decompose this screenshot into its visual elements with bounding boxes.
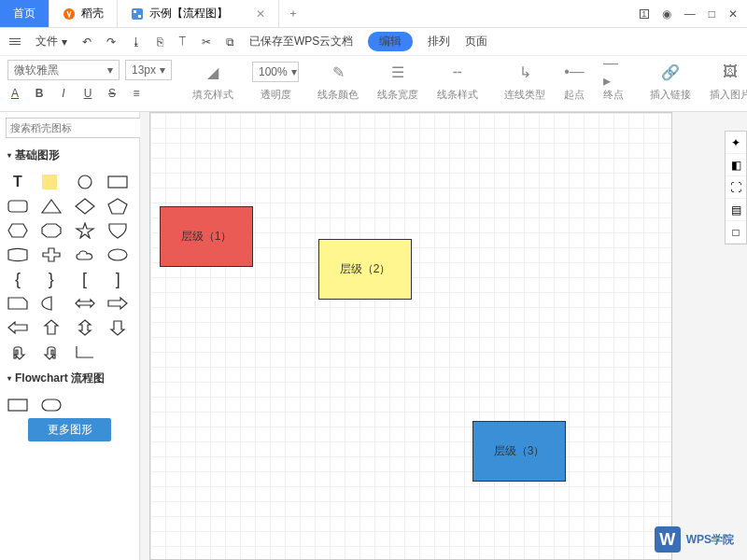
window-maximize-icon[interactable]: □: [709, 7, 715, 21]
link-icon: 🔗: [661, 60, 680, 84]
line-color-button[interactable]: ✎线条颜色: [312, 60, 364, 102]
fit-icon[interactable]: ⛶: [726, 176, 746, 199]
undo-icon[interactable]: ↶: [82, 35, 92, 49]
shape-pentagon[interactable]: [106, 197, 130, 216]
shape-note[interactable]: [39, 173, 63, 191]
shape-ellipse[interactable]: [106, 245, 130, 264]
basic-shapes-grid: T { } [ ]: [0, 167, 139, 367]
docer-icon: [63, 7, 76, 21]
paint-bucket-icon: ◢: [207, 60, 218, 84]
shape-shield[interactable]: [106, 221, 130, 240]
menu-page[interactable]: 页面: [465, 34, 487, 49]
more-shapes-button[interactable]: 更多图形: [28, 418, 111, 441]
shape-roundrect[interactable]: [6, 197, 30, 216]
shape-brace-right[interactable]: }: [39, 270, 63, 288]
italic-button[interactable]: I: [56, 86, 71, 101]
shape-uturn-r[interactable]: [39, 343, 63, 361]
layers-icon[interactable]: ◧: [726, 154, 746, 176]
shape-card[interactable]: [6, 294, 30, 313]
fill-style-button[interactable]: ◢填充样式: [187, 60, 239, 102]
shape-bracket-left[interactable]: [: [73, 270, 97, 288]
shape-drop[interactable]: [39, 294, 63, 313]
shape-arrow-l[interactable]: [6, 318, 30, 337]
copy-icon[interactable]: ⧉: [226, 35, 234, 49]
shape-arrow-u[interactable]: [39, 318, 63, 337]
shape-trapezoid[interactable]: [6, 245, 30, 264]
image-icon: 🖼: [723, 60, 738, 84]
export-icon[interactable]: ⎘: [157, 35, 163, 49]
shape-hexagon[interactable]: [6, 221, 30, 240]
shape-circle[interactable]: [73, 173, 97, 191]
font-name-combo[interactable]: 微软雅黑▾: [7, 60, 120, 80]
shape-brace-left[interactable]: {: [6, 270, 30, 288]
insert-image-button[interactable]: 🖼插入图片: [704, 60, 747, 102]
shape-corner[interactable]: [73, 343, 97, 361]
menu-edit[interactable]: 编辑: [368, 32, 413, 51]
shape-level-1[interactable]: 层级（1）: [160, 206, 253, 267]
outline-icon[interactable]: ▤: [726, 199, 746, 221]
category-flowchart[interactable]: ▾Flowchart 流程图: [0, 367, 139, 390]
new-tab-button[interactable]: ＋: [279, 0, 307, 27]
format-painter-icon[interactable]: ⟙: [178, 35, 187, 49]
user-avatar-icon[interactable]: ◉: [662, 7, 671, 21]
shape-rect[interactable]: [106, 173, 130, 191]
shape-level-3[interactable]: 层级（3）: [472, 421, 566, 482]
font-size-combo[interactable]: 13px▾: [125, 60, 172, 80]
shape-search-input[interactable]: [6, 118, 144, 138]
tab-docer[interactable]: 稻壳: [49, 0, 118, 27]
shape-arrow-lr[interactable]: [73, 294, 97, 313]
opacity-button[interactable]: 100%▾透明度: [247, 60, 304, 102]
shape-arrow-r[interactable]: [106, 294, 130, 313]
shape-triangle[interactable]: [39, 197, 63, 216]
watermark: W WPS学院: [655, 526, 734, 553]
canvas[interactable]: 层级（1） 层级（2） 层级（3）: [149, 112, 672, 560]
shape-arrow-d[interactable]: [106, 318, 130, 337]
shape-bracket-right[interactable]: ]: [106, 270, 130, 288]
right-tool-strip: ✦ ◧ ⛶ ▤ □: [725, 131, 747, 245]
cut-icon[interactable]: ✂: [202, 35, 211, 49]
shape-arrow-ud[interactable]: [73, 318, 97, 337]
insert-link-button[interactable]: 🔗插入链接: [644, 60, 697, 102]
strikethrough-button[interactable]: S: [105, 86, 120, 101]
tab-close-icon[interactable]: ✕: [256, 7, 265, 21]
tab-home[interactable]: 首页: [0, 0, 49, 27]
compass-icon[interactable]: ✦: [726, 132, 746, 154]
line-width-button[interactable]: ☰线条宽度: [372, 60, 424, 102]
underline-button[interactable]: U: [80, 86, 95, 101]
svg-rect-1: [132, 8, 143, 20]
shape-plus[interactable]: [39, 245, 63, 264]
connector-type-button[interactable]: ↳连线类型: [499, 60, 551, 102]
shape-diamond[interactable]: [73, 197, 97, 216]
shape-text[interactable]: T: [6, 173, 30, 191]
menu-arrange[interactable]: 排列: [428, 34, 450, 49]
shape-fc-round[interactable]: [39, 396, 63, 414]
ribbon: 微软雅黑▾ 13px▾ A B I U S ≡ ◢填充样式 100%▾透明度 ✎…: [0, 56, 747, 112]
redo-icon[interactable]: ↷: [106, 35, 116, 49]
chevron-down-icon: ▾: [7, 151, 11, 160]
shape-level-2[interactable]: 层级（2）: [318, 239, 412, 300]
shape-uturn-l[interactable]: [6, 343, 30, 361]
page-icon[interactable]: □: [726, 221, 746, 244]
shape-fc-rect[interactable]: [6, 396, 30, 414]
window-close-icon[interactable]: ✕: [728, 7, 738, 21]
shape-star[interactable]: [73, 221, 97, 240]
window-minimize-icon[interactable]: —: [684, 7, 696, 21]
shape-cloud[interactable]: [73, 245, 97, 264]
shape-octagon[interactable]: [39, 221, 63, 240]
menu-bar: 文件 ▾ ↶ ↷ ⭳ ⎘ ⟙ ✂ ⧉ 已保存至WPS云文档 编辑 排列 页面: [0, 28, 747, 56]
download-icon[interactable]: ⭳: [131, 35, 142, 49]
font-color-button[interactable]: A: [7, 86, 22, 101]
line-end-button[interactable]: —▸终点: [598, 60, 629, 102]
wps-logo-icon: W: [655, 526, 681, 553]
bold-button[interactable]: B: [32, 86, 47, 101]
tab-current-file[interactable]: 示例【流程图】 ✕: [118, 0, 279, 27]
line-style-button[interactable]: ╌线条样式: [431, 60, 484, 102]
hamburger-icon[interactable]: [9, 38, 21, 45]
window-controls: 1 ◉ — □ ✕: [630, 0, 747, 27]
menu-file[interactable]: 文件 ▾: [35, 34, 67, 49]
window-counter[interactable]: 1: [640, 9, 649, 19]
line-start-button[interactable]: •—起点: [558, 60, 590, 102]
chevron-down-icon: ▾: [7, 374, 11, 383]
category-basic-shapes[interactable]: ▾基础图形: [0, 144, 139, 167]
align-button[interactable]: ≡: [129, 86, 144, 101]
